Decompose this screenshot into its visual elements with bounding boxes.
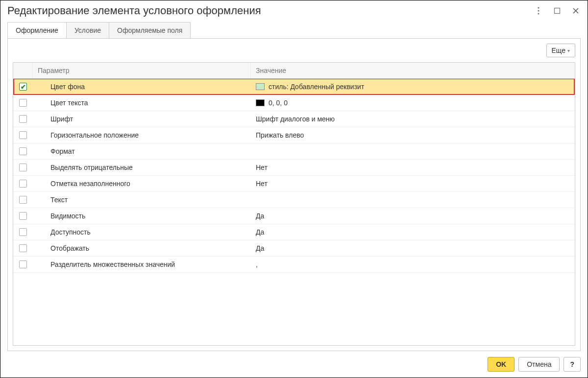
row-checkbox-cell <box>13 180 33 188</box>
row-value-text: Прижать влево <box>256 131 304 139</box>
color-swatch-icon <box>256 99 265 106</box>
row-checkbox-cell <box>13 244 33 252</box>
header-value: Значение <box>251 63 575 78</box>
table-row[interactable]: Выделять отрицательныеНет <box>13 160 575 176</box>
tab-body: Еще ▾ Параметр Значение Цвет фонастиль: … <box>7 38 581 351</box>
cancel-button[interactable]: Отмена <box>518 357 560 372</box>
toolbar: Еще ▾ <box>13 44 575 57</box>
svg-point-1 <box>538 10 539 11</box>
row-checkbox[interactable] <box>19 244 27 252</box>
tab-condition[interactable]: Условие <box>67 22 109 39</box>
table-row[interactable]: ДоступностьДа <box>13 224 575 240</box>
svg-point-2 <box>538 13 539 14</box>
row-checkbox[interactable] <box>19 83 27 91</box>
row-param: Выделять отрицательные <box>33 161 251 174</box>
row-checkbox[interactable] <box>19 147 27 155</box>
tabs: Оформление Условие Оформляемые поля <box>0 22 588 38</box>
header-checkbox-col <box>13 63 33 78</box>
row-value[interactable]: Шрифт диалогов и меню <box>251 112 575 126</box>
row-checkbox-cell <box>13 115 33 123</box>
tab-design[interactable]: Оформление <box>7 22 67 39</box>
row-param: Цвет текста <box>33 96 251 110</box>
row-value-text: Да <box>256 228 264 236</box>
row-value[interactable]: Нет <box>251 177 575 190</box>
row-value-text: Нет <box>256 180 268 188</box>
row-param: Шрифт <box>33 112 251 126</box>
row-param: Текст <box>33 193 251 207</box>
tab-fields[interactable]: Оформляемые поля <box>109 22 191 39</box>
row-checkbox-cell <box>13 99 33 107</box>
maximize-icon[interactable] <box>552 6 562 16</box>
row-value[interactable]: Прижать влево <box>251 128 575 142</box>
footer: OK Отмена ? <box>0 351 588 378</box>
row-checkbox-cell <box>13 164 33 171</box>
row-checkbox-cell <box>13 260 33 268</box>
row-param: Разделитель множественных значений <box>33 258 251 271</box>
row-value-text: Шрифт диалогов и меню <box>256 115 335 123</box>
row-checkbox[interactable] <box>19 99 27 107</box>
row-checkbox-cell <box>13 196 33 204</box>
svg-rect-3 <box>555 8 560 14</box>
row-param: Доступность <box>33 225 251 239</box>
grid-header: Параметр Значение <box>13 63 575 79</box>
table-row[interactable]: ОтображатьДа <box>13 240 575 257</box>
row-value[interactable]: 0, 0, 0 <box>251 96 575 110</box>
row-value-text: стиль: Добавленный реквизит <box>269 83 364 91</box>
parameter-grid: Параметр Значение Цвет фонастиль: Добавл… <box>13 62 575 346</box>
row-checkbox-cell <box>13 131 33 139</box>
row-param: Формат <box>33 144 251 158</box>
row-value[interactable] <box>251 197 575 203</box>
row-value[interactable]: Да <box>251 241 575 255</box>
row-checkbox-cell <box>13 83 33 91</box>
row-checkbox[interactable] <box>19 260 27 268</box>
row-value[interactable]: Да <box>251 209 575 223</box>
row-value-text: 0, 0, 0 <box>269 99 288 107</box>
row-checkbox[interactable] <box>19 164 27 171</box>
row-checkbox-cell <box>13 212 33 220</box>
more-button[interactable]: Еще ▾ <box>546 44 576 57</box>
color-swatch-icon <box>256 83 265 90</box>
row-checkbox[interactable] <box>19 228 27 236</box>
svg-point-0 <box>538 7 539 8</box>
table-row[interactable]: Горизонтальное положениеПрижать влево <box>13 127 575 143</box>
chevron-down-icon: ▾ <box>567 48 570 53</box>
help-button[interactable]: ? <box>564 357 581 372</box>
header-param: Параметр <box>33 63 251 78</box>
table-row[interactable]: Формат <box>13 143 575 160</box>
row-value[interactable]: Да <box>251 225 575 239</box>
row-checkbox[interactable] <box>19 212 27 220</box>
row-value[interactable]: стиль: Добавленный реквизит <box>251 80 575 94</box>
table-row[interactable]: ШрифтШрифт диалогов и меню <box>13 111 575 127</box>
titlebar: Редактирование элемента условного оформл… <box>0 0 588 22</box>
row-value[interactable]: Нет <box>251 161 575 174</box>
table-row[interactable]: ВидимостьДа <box>13 208 575 224</box>
row-checkbox-cell <box>13 228 33 236</box>
row-value[interactable] <box>251 148 575 154</box>
row-value-text: Нет <box>256 164 268 171</box>
row-value-text: Да <box>256 244 264 252</box>
table-row[interactable]: Цвет фонастиль: Добавленный реквизит <box>13 79 575 95</box>
close-icon[interactable] <box>571 6 581 16</box>
kebab-menu-icon[interactable] <box>534 6 543 16</box>
row-checkbox[interactable] <box>19 131 27 139</box>
row-param: Цвет фона <box>33 80 251 94</box>
row-checkbox[interactable] <box>19 196 27 204</box>
row-checkbox[interactable] <box>19 115 27 123</box>
row-param: Отметка незаполненного <box>33 177 251 190</box>
row-param: Видимость <box>33 209 251 223</box>
window-controls <box>534 6 581 16</box>
table-row[interactable]: Цвет текста0, 0, 0 <box>13 95 575 111</box>
grid-body: Цвет фонастиль: Добавленный реквизитЦвет… <box>13 79 575 345</box>
row-checkbox-cell <box>13 147 33 155</box>
row-value-text: Да <box>256 212 264 220</box>
row-param: Отображать <box>33 241 251 255</box>
table-row[interactable]: Разделитель множественных значений, <box>13 257 575 273</box>
row-value[interactable]: , <box>251 258 575 271</box>
more-button-label: Еще <box>552 47 566 54</box>
table-row[interactable]: Отметка незаполненногоНет <box>13 176 575 192</box>
table-row[interactable]: Текст <box>13 192 575 208</box>
window-title: Редактирование элемента условного оформл… <box>7 4 534 17</box>
row-checkbox[interactable] <box>19 180 27 188</box>
row-value-text: , <box>256 260 258 268</box>
ok-button[interactable]: OK <box>488 357 514 372</box>
